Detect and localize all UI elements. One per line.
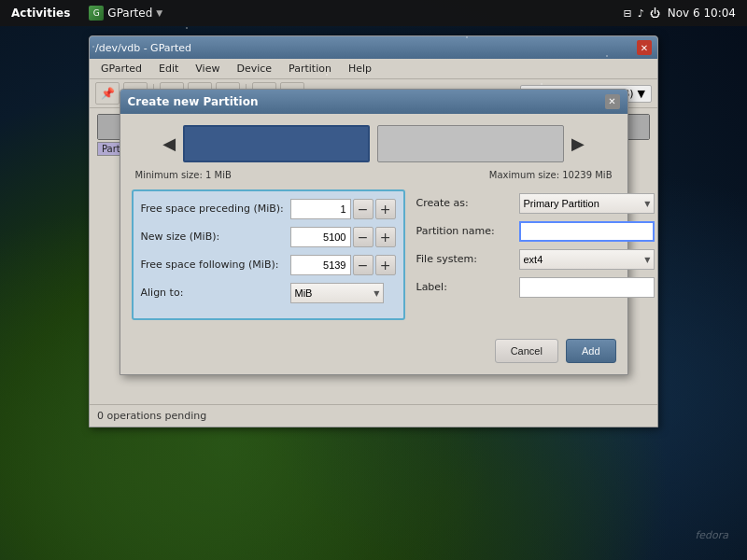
free-space-preceding-control: − + [290, 199, 396, 219]
volume-icon: ♪ [638, 7, 644, 20]
dialog-close-button[interactable]: ✕ [605, 94, 620, 109]
left-arrow-icon: ◀ [162, 133, 176, 153]
free-space-preceding-row: Free space preceding (MiB): − + [141, 199, 396, 219]
align-to-row: Align to: MiB Cylinder None [141, 283, 396, 303]
new-size-increment[interactable]: + [375, 227, 396, 247]
label-input[interactable] [519, 277, 655, 298]
free-space-following-increment[interactable]: + [375, 255, 396, 275]
dialog-overlay: Create new Partition ✕ ◀ ▶ Minimum size:… [90, 36, 657, 427]
free-space-preceding-label: Free space preceding (MiB): [141, 203, 290, 215]
free-space-following-decrement[interactable]: − [353, 255, 374, 275]
free-space-preceding-input[interactable] [290, 199, 351, 219]
taskbar-clock: ⊟ ♪ ⏻ Nov 6 10:04 [612, 7, 747, 20]
new-size-row: New size (MiB): − + [141, 227, 396, 247]
main-window: /dev/vdb - GParted ✕ GParted Edit View D… [89, 35, 658, 427]
partition-name-row: Partition name: [416, 221, 655, 242]
selected-partition-visual [183, 125, 370, 162]
align-to-select[interactable]: MiB Cylinder None [290, 283, 384, 303]
app-taskbar-item[interactable]: G GParted ▼ [81, 0, 170, 26]
form-container: Free space preceding (MiB): − + New size… [132, 189, 616, 320]
cancel-button[interactable]: Cancel [495, 339, 558, 363]
free-space-preceding-increment[interactable]: + [375, 199, 396, 219]
dialog-titlebar: Create new Partition ✕ [120, 90, 627, 114]
taskbar: Activities G GParted ▼ ⊟ ♪ ⏻ Nov 6 10:04 [0, 0, 747, 26]
new-size-input[interactable] [290, 227, 351, 247]
network-icon: ⊟ [623, 7, 631, 20]
dialog-title: Create new Partition [128, 95, 259, 108]
file-system-select[interactable]: ext4 ext3 ext2 fat32 ntfs btrfs xfs [519, 249, 655, 270]
free-space-following-label: Free space following (MiB): [141, 259, 290, 271]
add-button[interactable]: Add [566, 339, 616, 363]
file-system-label: File system: [416, 253, 519, 265]
partition-name-input[interactable] [519, 221, 655, 242]
align-to-select-wrapper[interactable]: MiB Cylinder None [290, 283, 384, 303]
form-right: Create as: Primary Partition Extended Pa… [416, 189, 655, 320]
create-as-select[interactable]: Primary Partition Extended Partition Log… [519, 193, 655, 214]
label-row: Label: [416, 277, 655, 298]
dialog-body: ◀ ▶ Minimum size: 1 MiB Maximum size: 10… [120, 114, 627, 374]
size-labels: Minimum size: 1 MiB Maximum size: 10239 … [132, 170, 616, 180]
form-left: Free space preceding (MiB): − + New size… [132, 189, 405, 320]
free-space-following-control: − + [290, 255, 396, 275]
free-space-preceding-decrement[interactable]: − [353, 199, 374, 219]
file-system-select-wrapper[interactable]: ext4 ext3 ext2 fat32 ntfs btrfs xfs [519, 249, 655, 270]
create-as-row: Create as: Primary Partition Extended Pa… [416, 193, 655, 214]
partition-visual: ◀ ▶ [132, 125, 616, 162]
app-name-label: GParted [107, 7, 152, 20]
new-size-decrement[interactable]: − [353, 227, 374, 247]
create-partition-dialog: Create new Partition ✕ ◀ ▶ Minimum size:… [120, 89, 628, 375]
max-size-label: Maximum size: 10239 MiB [489, 170, 613, 180]
file-system-row: File system: ext4 ext3 ext2 fat32 ntfs b… [416, 249, 655, 270]
free-space-following-input[interactable] [290, 255, 351, 275]
align-to-label: Align to: [141, 287, 290, 299]
power-icon: ⏻ [650, 7, 660, 20]
free-space-following-row: Free space following (MiB): − + [141, 255, 396, 275]
new-size-label: New size (MiB): [141, 231, 290, 243]
right-arrow-icon: ▶ [571, 133, 585, 153]
taskbar-system-icons: ⊟ ♪ ⏻ [623, 7, 659, 20]
label-label: Label: [416, 281, 519, 293]
create-as-label: Create as: [416, 197, 519, 209]
desktop: Activities G GParted ▼ ⊟ ♪ ⏻ Nov 6 10:04… [0, 0, 747, 560]
min-size-label: Minimum size: 1 MiB [135, 170, 232, 180]
watermark: fedora [695, 529, 728, 541]
gparted-icon: G [89, 6, 104, 21]
app-dropdown-icon[interactable]: ▼ [156, 8, 162, 18]
unallocated-visual [377, 125, 564, 162]
activities-button[interactable]: Activities [0, 0, 81, 26]
new-size-control: − + [290, 227, 396, 247]
create-as-select-wrapper[interactable]: Primary Partition Extended Partition Log… [519, 193, 655, 214]
partition-name-label: Partition name: [416, 225, 519, 237]
dialog-footer: Cancel Add [132, 331, 616, 363]
